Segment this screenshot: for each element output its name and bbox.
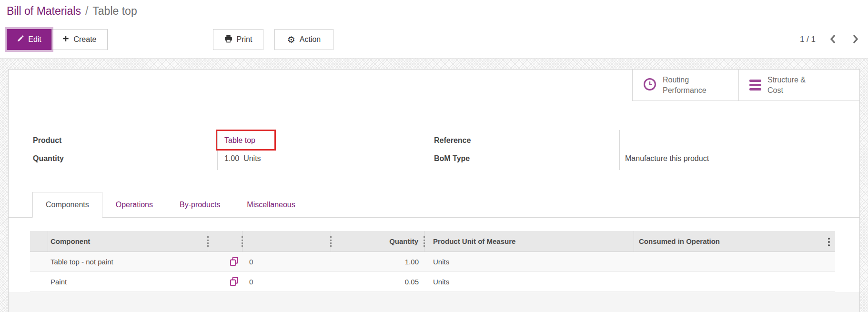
field-values-left: Table top 1.00 Units [224,131,261,168]
row-drag-handle [30,272,48,292]
component-quantity: 0.05 [331,272,424,292]
component-quantity: 1.00 [331,252,424,272]
pager-previous-button[interactable] [828,32,838,47]
copy-variants-icon [208,252,242,272]
row-drag-handle [30,252,48,272]
printer-icon [224,35,232,45]
pager-count: 1 / 1 [800,35,816,44]
action-button-label: Action [300,35,321,44]
form-sheet: Routing Performance Structure & Cost Pro… [8,69,860,312]
structure-cost-button[interactable]: Structure & Cost [738,70,859,101]
quantity-unit: Units [243,154,261,163]
breadcrumb-current: Table top [92,5,137,17]
create-button-label: Create [73,35,96,44]
print-button-label: Print [237,35,252,44]
edit-button-label: Edit [28,35,41,44]
table-row[interactable]: Paint 0 0.05 Units [30,272,835,292]
action-button[interactable]: ⚙ Action [274,29,333,50]
clock-icon [643,78,656,93]
header-consumed-label: Consumed in Operation [639,237,720,245]
edit-button[interactable]: Edit [7,29,51,50]
component-consumed-in-operation [634,272,835,292]
components-table-header: Component Quantity Product Unit of Measu… [30,231,835,252]
breadcrumb: Bill of Materials/Table top [7,5,137,18]
routing-performance-label: Routing Performance [663,75,723,96]
component-name: Paint [48,272,208,292]
header-drag-handle-column [30,231,48,252]
variant-count: 0 [242,252,331,272]
breadcrumb-separator: / [81,5,92,17]
bill-of-materials-form-view: Bill of Materials/Table top Edit Create … [0,0,868,312]
control-panel: Bill of Materials/Table top Edit Create … [0,0,868,59]
tab-miscellaneous[interactable]: Miscellaneous [233,192,308,217]
gear-icon: ⚙ [287,35,295,44]
tab-operations[interactable]: Operations [102,192,166,217]
pencil-icon [17,35,24,44]
tab-by-products[interactable]: By-products [166,192,233,217]
header-quantity[interactable]: Quantity [331,231,424,252]
field-values-right: Manufacture this product [625,131,709,168]
notebook-tabs: Components Operations By-products Miscel… [9,192,859,218]
plus-icon [62,35,69,44]
product-label: Product [33,136,61,145]
chevron-left-icon [830,34,836,45]
routing-performance-button[interactable]: Routing Performance [632,70,738,101]
header-component[interactable]: Component [48,231,208,252]
component-consumed-in-operation [634,252,835,272]
bars-icon [749,80,761,91]
field-separator-left [217,130,218,170]
product-value-link[interactable]: Table top [224,136,255,145]
header-variant-count-column [242,231,331,252]
header-consumed-in-operation[interactable]: Consumed in Operation [634,231,835,252]
component-name: Table top - not paint [48,252,208,272]
field-separator-right [619,130,620,170]
pager-next-button[interactable] [850,32,860,47]
create-button[interactable]: Create [51,29,108,50]
component-uom: Units [424,272,634,292]
component-uom: Units [424,252,634,272]
field-labels-left: Product Quantity [33,131,64,168]
structure-cost-label: Structure & Cost [767,75,823,96]
table-row[interactable]: Table top - not paint 0 1.00 Units [30,252,835,272]
optional-columns-toggle[interactable] [828,237,830,248]
chevron-right-icon [852,34,858,45]
smart-button-box: Routing Performance Structure & Cost [632,70,859,101]
tab-components[interactable]: Components [32,192,102,218]
header-product-unit-of-measure[interactable]: Product Unit of Measure [424,231,634,252]
breadcrumb-bill-of-materials[interactable]: Bill of Materials [7,5,81,17]
components-table: Component Quantity Product Unit of Measu… [30,231,835,292]
content-background: Routing Performance Structure & Cost Pro… [0,59,868,312]
copy-variants-icon [208,272,242,292]
variant-count: 0 [242,272,331,292]
field-labels-right: Reference BoM Type [434,131,471,168]
reference-label: Reference [434,136,471,145]
table-footer-area [9,292,859,312]
header-variants-column [208,231,242,252]
print-button[interactable]: Print [213,29,263,50]
bom-type-value: Manufacture this product [625,154,709,163]
quantity-value: 1.00 [224,154,239,163]
pager: 1 / 1 [800,29,860,50]
quantity-label: Quantity [33,154,64,163]
bom-type-label: BoM Type [434,154,470,163]
